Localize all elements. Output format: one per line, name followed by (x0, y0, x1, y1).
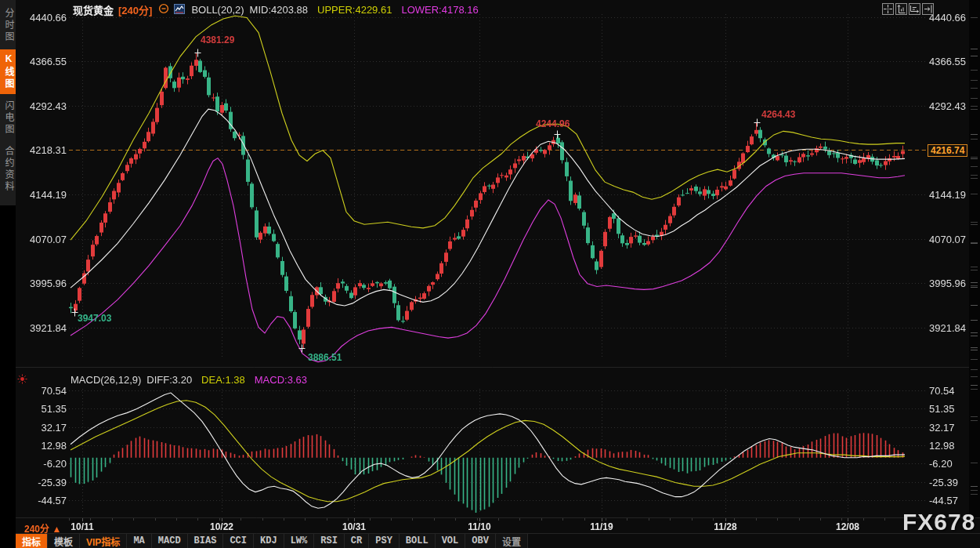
toolbar-button-CR[interactable]: CR (345, 534, 369, 548)
price-annotation: 4244.96 (536, 118, 570, 129)
chart-type-tabs: 分时图K线图闪电图合约资料 (0, 0, 16, 205)
macd-axis-label-left: 12.98 (24, 440, 67, 452)
price-axis-label-right: 4144.19 (929, 189, 972, 201)
price-axis-label-left: 4218.31 (24, 144, 67, 156)
price-axis-label-left: 4366.55 (24, 56, 67, 67)
price-axis-label-right: 4292.43 (929, 100, 972, 112)
macd-macd-value: MACD:3.63 (255, 374, 307, 386)
toolbar-button-模板[interactable]: 模板 (48, 534, 80, 548)
boll-upper-value: UPPER:4229.61 (317, 4, 392, 16)
price-annotation: 4381.29 (201, 34, 234, 45)
macd-axis-label-left: 32.17 (24, 422, 67, 434)
price-axis-label-right: 3921.84 (929, 322, 972, 334)
sidebar-tab-3[interactable]: 闪电图 (0, 96, 16, 140)
price-axis-label-right: 4440.66 (929, 12, 972, 24)
toolbar-button-PSY[interactable]: PSY (369, 534, 400, 548)
toolbar-button-VIP指标[interactable]: VIP指标 (80, 534, 127, 548)
time-axis-label: 10/22 (210, 521, 233, 532)
symbol-name: 现货黄金 (73, 2, 114, 17)
scale-vertical-icon[interactable] (895, 3, 907, 15)
price-axis-label-right: 3995.96 (929, 278, 972, 289)
price-axis-label-left: 4070.07 (24, 234, 67, 245)
time-axis-label: 11/10 (468, 521, 490, 532)
price-axis-label-left: 4292.43 (24, 100, 67, 112)
toolbar-button-LW%[interactable]: LW% (284, 534, 315, 548)
price-annotation: 3886.51 (308, 352, 342, 363)
macd-axis-label-right: -6.20 (929, 458, 972, 470)
price-axis-label-left: 4440.66 (24, 12, 67, 24)
macd-axis-label-left: -44.57 (24, 495, 67, 506)
scale-horizontal-icon[interactable] (909, 3, 920, 15)
candlestick-chart-canvas[interactable] (0, 0, 980, 548)
chart-tool-icons (882, 3, 934, 15)
price-axis-label-left: 3995.96 (24, 278, 67, 289)
macd-indicator-name: MACD(26,12,9) (71, 374, 141, 386)
toolbar-button-MA[interactable]: MA (127, 534, 151, 548)
chart-header: 现货黄金 [240分] BOLL(20,2) MID:4203.88 UPPER… (73, 2, 479, 17)
trading-app: 分时图K线图闪电图合约资料 现货黄金 [240分] BOLL(20,2) MID… (0, 0, 980, 548)
macd-axis-label-right: 12.98 (929, 440, 972, 452)
price-axis-label-left: 4144.19 (24, 189, 67, 201)
toolbar-button-指标[interactable]: 指标 (16, 534, 48, 548)
time-axis-label: 10/31 (342, 521, 366, 532)
toolbar-button-BOLL[interactable]: BOLL (400, 534, 436, 548)
toolbar-button-KDJ[interactable]: KDJ (254, 534, 284, 548)
alert-icon[interactable] (17, 373, 27, 387)
macd-axis-label-right: -25.39 (929, 477, 972, 488)
toolbar-button-BIAS[interactable]: BIAS (188, 534, 224, 548)
toolbar-button-OBV[interactable]: OBV (465, 534, 496, 548)
macd-axis-label-right: 51.35 (929, 403, 972, 415)
indicator-name: BOLL(20,2) (191, 4, 244, 16)
price-axis-label-left: 3921.84 (24, 322, 67, 334)
price-annotation: 3947.03 (78, 313, 111, 324)
toolbar-button-RSI[interactable]: RSI (314, 534, 345, 548)
boll-lower-value: LOWER:4178.16 (401, 4, 478, 16)
indicator-toolbar: 指标模板VIP指标MAMACDBIASCCIKDJLW%RSICRPSYBOLL… (16, 534, 528, 548)
indicator-chart-icon (174, 4, 185, 16)
toolbar-button-设置[interactable]: 设置 (496, 534, 528, 548)
time-axis-label: 11/28 (714, 521, 736, 532)
pan-right-icon[interactable] (922, 3, 934, 15)
macd-axis-label-right: 32.17 (929, 422, 972, 434)
sidebar-tab-1[interactable]: 分时图 (0, 4, 16, 47)
brand-watermark: FX678 (902, 509, 975, 535)
sidebar-tab-2[interactable]: K线图 (0, 49, 16, 94)
timeframe-label[interactable]: 240分 ▲ (24, 521, 61, 535)
remove-indicator-icon[interactable] (158, 3, 169, 16)
price-annotation: 4264.43 (761, 109, 795, 120)
toolbar-button-CCI[interactable]: CCI (223, 534, 254, 548)
crosshair-icon[interactable] (882, 3, 894, 15)
macd-axis-label-left: -25.39 (24, 477, 67, 488)
toolbar-button-VOL[interactable]: VOL (436, 534, 466, 548)
price-axis-label-right: 4366.55 (929, 56, 972, 67)
toolbar-button-MACD[interactable]: MACD (152, 534, 188, 548)
macd-axis-label-right: -44.57 (929, 495, 972, 506)
time-axis-label: 12/08 (836, 521, 859, 532)
macd-axis-label-left: -6.20 (24, 458, 67, 470)
sidebar-tab-4[interactable]: 合约资料 (0, 142, 16, 197)
macd-diff-value: DIFF:3.20 (146, 374, 192, 386)
left-sidebar: 分时图K线图闪电图合约资料 (0, 0, 16, 548)
macd-header: MACD(26,12,9) DIFF:3.20 DEA:1.38 MACD:3.… (71, 374, 307, 386)
macd-dea-value: DEA:1.38 (201, 374, 245, 386)
boll-mid-value: MID:4203.88 (250, 4, 308, 16)
time-axis-label: 10/11 (71, 521, 93, 532)
macd-axis-label-left: 51.35 (24, 403, 67, 415)
period-label: [240分] (118, 2, 152, 17)
time-axis-label: 11/19 (590, 521, 613, 532)
price-axis-label-right: 4070.07 (929, 234, 972, 245)
macd-axis-label-right: 70.54 (929, 385, 972, 397)
current-price-badge: 4216.74 (928, 144, 967, 157)
macd-axis-label-left: 70.54 (24, 385, 67, 397)
